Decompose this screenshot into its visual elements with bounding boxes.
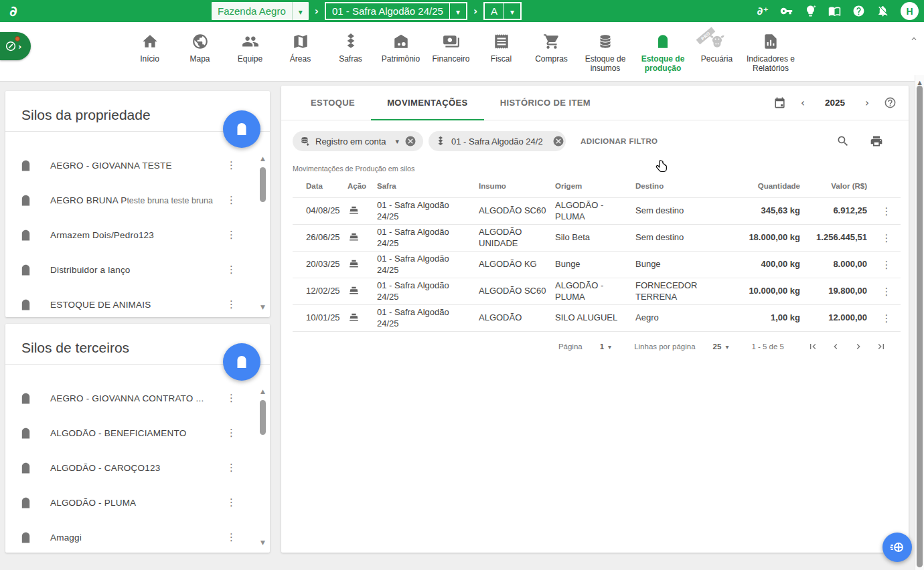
chevron-down-icon[interactable] [396, 137, 400, 146]
user-avatar[interactable]: H [901, 2, 919, 20]
drawer-toggle[interactable] [0, 32, 31, 60]
search-icon[interactable] [836, 134, 850, 148]
nav-item-safras[interactable]: Safras [325, 31, 376, 64]
nav-item-pecuaria[interactable]: PRO Pecuária [692, 31, 742, 64]
kebab-menu-icon[interactable] [222, 460, 240, 476]
cell-quantidade: 345,63 kg [729, 205, 805, 217]
list-item[interactable]: Amaggi [5, 520, 270, 553]
nav-item-mapa[interactable]: Mapa [175, 31, 225, 64]
calendar-icon[interactable] [771, 94, 789, 112]
chevron-down-icon[interactable] [725, 343, 728, 351]
table-row[interactable]: 26/06/25 01 - Safra Algodão 24/25 ALGODÃ… [293, 225, 901, 252]
list-item[interactable]: ALGODÃO - PLUMA [5, 485, 270, 520]
print-icon[interactable] [870, 134, 883, 148]
list-item[interactable]: AEGRO - GIOVANNA CONTRATO ... [5, 381, 270, 415]
help-outline-icon[interactable] [881, 94, 899, 112]
tab-movimentacoes[interactable]: MOVIMENTAÇÕES [371, 86, 484, 120]
scrollbar-thumb[interactable] [260, 167, 266, 202]
list-item[interactable]: AEGRO - GIOVANNA TESTE [5, 148, 270, 183]
tab-estoque[interactable]: ESTOQUE [295, 86, 371, 120]
nav-item-inicio[interactable]: Início [125, 31, 175, 64]
row-kebab-menu-icon[interactable] [878, 283, 896, 300]
notifications-off-icon[interactable] [876, 5, 889, 17]
collapse-toolbar-button[interactable] [909, 34, 919, 46]
chevron-down-icon[interactable] [608, 343, 611, 351]
add-filter-button[interactable]: ADICIONAR FILTRO [581, 137, 658, 145]
harvest-selector[interactable]: 01 - Safra Algodão 24/25 [325, 2, 467, 20]
kebab-menu-icon[interactable] [222, 297, 240, 312]
chevron-down-icon[interactable] [504, 5, 520, 17]
row-kebab-menu-icon[interactable] [878, 203, 896, 220]
filter-chip-harvest[interactable]: 01 - Safra Algodão 24/2 [429, 131, 566, 151]
kebab-menu-icon[interactable] [222, 425, 240, 441]
farm-selector[interactable]: Fazenda Aegro [212, 2, 309, 20]
first-page-button[interactable] [801, 339, 824, 355]
filter-chip-account[interactable]: Registro em conta [293, 131, 423, 151]
close-icon[interactable] [404, 135, 416, 147]
next-page-button[interactable] [847, 339, 870, 355]
silo-icon [19, 391, 33, 405]
row-kebab-menu-icon[interactable] [878, 229, 896, 247]
money-icon [443, 31, 460, 52]
add-silo-button[interactable] [223, 343, 260, 381]
last-page-button[interactable] [870, 339, 893, 355]
chevron-down-icon[interactable] [293, 5, 309, 17]
scroll-down-icon[interactable] [260, 535, 265, 547]
lightbulb-plus-icon[interactable] [804, 5, 817, 17]
kebab-menu-icon[interactable] [222, 158, 240, 173]
list-item[interactable]: ALGODÃO - BENEFICIAMENTO [5, 415, 270, 450]
nav-item-patrimonio[interactable]: Patrimônio [376, 31, 426, 64]
rows-per-page-select[interactable]: 25 [713, 343, 722, 351]
list-item[interactable]: Distribuidor a lanço [5, 252, 270, 287]
table-row[interactable]: 12/02/25 01 - Safra Algodão 24/25 ALGODÃ… [293, 278, 901, 305]
previous-year-button[interactable] [794, 96, 812, 110]
cell-safra: 01 - Safra Algodão 24/25 [377, 254, 479, 276]
nav-item-compras[interactable]: Compras [526, 31, 576, 64]
field-selector[interactable]: A [483, 2, 522, 20]
help-icon[interactable] [852, 5, 865, 17]
scroll-up-icon[interactable] [260, 384, 265, 396]
table-row[interactable]: 10/01/25 01 - Safra Algodão 24/25 ALGODÃ… [293, 305, 901, 332]
nav-item-fiscal[interactable]: Fiscal [476, 31, 526, 64]
nav-item-areas[interactable]: Áreas [275, 31, 325, 64]
year-navigator: 2025 [771, 94, 899, 112]
scroll-down-icon[interactable] [260, 300, 265, 312]
list-item[interactable]: ESTOQUE DE ANIMAIS [5, 287, 270, 317]
scrollbar-thumb[interactable] [260, 400, 266, 435]
nav-item-equipe[interactable]: Equipe [225, 31, 275, 64]
add-silo-button[interactable] [223, 110, 260, 148]
kebab-menu-icon[interactable] [222, 193, 240, 208]
table-row[interactable]: 04/08/25 01 - Safra Algodão 24/25 ALGODÃ… [293, 198, 901, 225]
list-item[interactable]: Armazem Dois/Pedro123 [5, 217, 270, 252]
nav-item-financeiro[interactable]: Financeiro [426, 31, 476, 64]
cell-insumo: ALGODÃO UNIDADE [479, 227, 555, 250]
nav-item-indicadores[interactable]: Indicadores e Relatórios [742, 31, 799, 74]
key-icon[interactable] [780, 5, 793, 17]
scroll-up-icon[interactable] [260, 151, 265, 163]
nav-item-estoque-producao[interactable]: Estoque de produção [634, 31, 692, 74]
list-item[interactable]: AEGRO BRUNA Pteste bruna teste bruna [5, 183, 270, 217]
cell-quantidade: 10.000,00 kg [729, 286, 805, 297]
close-icon[interactable] [552, 135, 564, 147]
cell-destino: Sem destino [635, 205, 729, 217]
kebab-menu-icon[interactable] [222, 391, 240, 406]
next-year-button[interactable] [858, 96, 876, 110]
quick-actions-button[interactable] [882, 533, 912, 562]
previous-page-button[interactable] [824, 339, 847, 355]
page-select[interactable]: 1 [600, 343, 604, 351]
scrollbar-thumb[interactable] [917, 86, 923, 567]
list-item[interactable]: ALGODÃO - CAROÇO123 [5, 450, 270, 485]
row-kebab-menu-icon[interactable] [878, 256, 896, 274]
table-row[interactable]: 20/03/25 01 - Safra Algodão 24/25 ALGODÃ… [293, 252, 901, 278]
kebab-menu-icon[interactable] [222, 262, 240, 278]
kebab-menu-icon[interactable] [222, 495, 240, 510]
aegro-logo-icon[interactable] [0, 3, 27, 19]
knowledge-book-icon[interactable] [828, 5, 841, 17]
chevron-down-icon[interactable] [450, 5, 466, 17]
kebab-menu-icon[interactable] [222, 227, 240, 243]
kebab-menu-icon[interactable] [222, 530, 240, 545]
row-kebab-menu-icon[interactable] [878, 310, 896, 327]
aegro-pro-icon[interactable] [757, 5, 769, 17]
nav-item-estoque-insumos[interactable]: Estoque de insumos [576, 31, 634, 74]
tab-historico-de-item[interactable]: HISTÓRICO DE ITEM [484, 86, 607, 120]
